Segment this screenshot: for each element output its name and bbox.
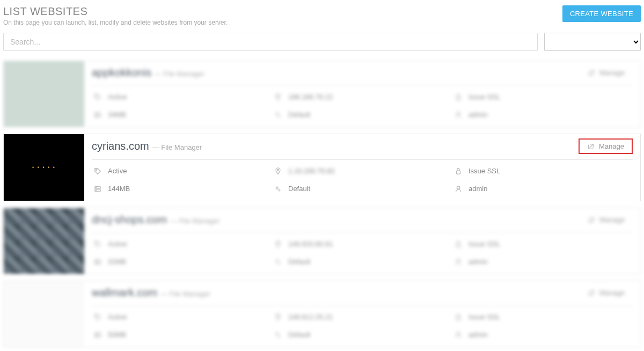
size-value: 34MB bbox=[108, 111, 126, 119]
svg-point-1 bbox=[277, 95, 279, 97]
svg-point-15 bbox=[96, 187, 97, 187]
ssl-value[interactable]: Issue SSL bbox=[469, 93, 500, 101]
website-thumbnail[interactable] bbox=[4, 281, 84, 347]
svg-point-29 bbox=[457, 259, 459, 261]
website-card: dncj-shops.com— File ManagerManageActive… bbox=[3, 208, 641, 274]
svg-point-36 bbox=[96, 336, 97, 337]
svg-rect-34 bbox=[95, 335, 101, 337]
domain-name[interactable]: wallmark.com bbox=[92, 287, 157, 299]
package-value: Default bbox=[288, 258, 310, 266]
size-value: 144MB bbox=[108, 185, 130, 193]
domain-name[interactable]: cyrians.com bbox=[92, 140, 149, 152]
status-value: Active bbox=[108, 240, 127, 248]
svg-point-16 bbox=[96, 190, 97, 191]
disk-icon bbox=[94, 258, 101, 266]
info-cell: 149.612.25.21 bbox=[272, 308, 452, 326]
lock-icon bbox=[455, 313, 462, 321]
info-cell: Default bbox=[272, 106, 452, 123]
gears-icon bbox=[274, 185, 282, 193]
info-cell: admin bbox=[452, 326, 633, 343]
info-cell: 34MB bbox=[92, 106, 272, 123]
file-manager-link[interactable]: — File Manager bbox=[170, 217, 219, 225]
size-value: 32MB bbox=[108, 258, 126, 266]
website-card: wallmark.com— File ManagerManageActive14… bbox=[3, 281, 641, 347]
manage-button[interactable]: Manage bbox=[579, 138, 633, 154]
info-cell: Default bbox=[272, 326, 452, 343]
ip-value: 1.10.200.70.82 bbox=[288, 167, 335, 175]
pin-icon bbox=[274, 93, 282, 101]
lock-icon bbox=[455, 93, 462, 101]
create-website-button[interactable]: CREATE WEBSITE bbox=[562, 5, 641, 22]
tag-icon bbox=[94, 313, 101, 321]
package-value: Default bbox=[288, 185, 310, 193]
svg-point-30 bbox=[96, 315, 97, 316]
website-thumbnail[interactable] bbox=[4, 208, 84, 274]
status-value: Active bbox=[108, 167, 127, 175]
lock-icon bbox=[455, 167, 462, 175]
user-value: admin bbox=[469, 185, 487, 193]
manage-button[interactable]: Manage bbox=[580, 213, 633, 227]
user-value: admin bbox=[469, 111, 487, 119]
svg-rect-4 bbox=[95, 115, 101, 117]
svg-rect-2 bbox=[457, 97, 460, 100]
package-value: Default bbox=[288, 111, 310, 119]
user-value: admin bbox=[469, 331, 487, 339]
svg-point-28 bbox=[279, 262, 280, 264]
ssl-value[interactable]: Issue SSL bbox=[469, 240, 500, 248]
tag-icon bbox=[94, 93, 101, 101]
external-link-icon bbox=[588, 216, 595, 224]
filter-dropdown[interactable] bbox=[544, 33, 641, 51]
svg-rect-22 bbox=[457, 244, 460, 247]
manage-button[interactable]: Manage bbox=[580, 65, 633, 80]
website-thumbnail[interactable]: • • • • • bbox=[4, 134, 84, 201]
svg-point-27 bbox=[276, 260, 279, 262]
svg-point-5 bbox=[96, 113, 97, 113]
svg-point-37 bbox=[276, 333, 279, 335]
user-value: admin bbox=[469, 258, 487, 266]
disk-icon bbox=[94, 185, 101, 193]
disk-icon bbox=[94, 331, 101, 339]
ssl-value[interactable]: Issue SSL bbox=[469, 313, 500, 321]
user-icon bbox=[455, 185, 462, 193]
file-manager-link[interactable]: — File Manager bbox=[152, 143, 202, 151]
tag-icon bbox=[94, 240, 101, 248]
info-cell: Default bbox=[272, 253, 452, 270]
svg-point-8 bbox=[279, 115, 280, 117]
info-cell: Active bbox=[92, 162, 272, 180]
svg-point-11 bbox=[277, 169, 279, 171]
svg-point-6 bbox=[96, 116, 97, 116]
user-icon bbox=[455, 111, 462, 119]
svg-point-17 bbox=[276, 187, 279, 189]
info-cell: 144MB bbox=[92, 180, 272, 198]
file-manager-link[interactable]: — File Manager bbox=[155, 70, 204, 78]
info-cell: admin bbox=[452, 106, 633, 123]
info-cell: Issue SSL bbox=[452, 235, 633, 253]
pin-icon bbox=[274, 240, 282, 248]
page-subtitle: On this page you can launch, list, modif… bbox=[3, 19, 228, 26]
thumbnail-placeholder: • • • • • bbox=[32, 165, 56, 170]
status-value: Active bbox=[108, 313, 127, 321]
svg-point-39 bbox=[457, 332, 459, 334]
size-value: 50MB bbox=[108, 331, 126, 339]
manage-label: Manage bbox=[599, 69, 625, 77]
ip-value: 188.166.78.22 bbox=[288, 93, 333, 101]
status-value: Active bbox=[108, 93, 127, 101]
search-input[interactable] bbox=[3, 33, 538, 51]
svg-point-35 bbox=[96, 333, 97, 333]
external-link-icon bbox=[588, 69, 595, 77]
ssl-value[interactable]: Issue SSL bbox=[469, 167, 500, 175]
info-cell: Issue SSL bbox=[452, 162, 633, 180]
svg-point-7 bbox=[276, 113, 279, 115]
info-cell: admin bbox=[452, 253, 633, 270]
domain-name[interactable]: appkokkonis bbox=[92, 67, 151, 79]
website-thumbnail[interactable] bbox=[4, 61, 84, 127]
info-cell: admin bbox=[452, 180, 633, 198]
website-card: appkokkonis— File ManagerManageActive188… bbox=[3, 61, 641, 127]
svg-rect-3 bbox=[95, 112, 101, 114]
file-manager-link[interactable]: — File Manager bbox=[160, 290, 210, 298]
domain-name[interactable]: dncj-shops.com bbox=[92, 214, 167, 226]
manage-button[interactable]: Manage bbox=[580, 286, 633, 300]
manage-label: Manage bbox=[599, 216, 625, 224]
svg-point-19 bbox=[457, 186, 459, 188]
info-cell: Default bbox=[272, 180, 452, 198]
